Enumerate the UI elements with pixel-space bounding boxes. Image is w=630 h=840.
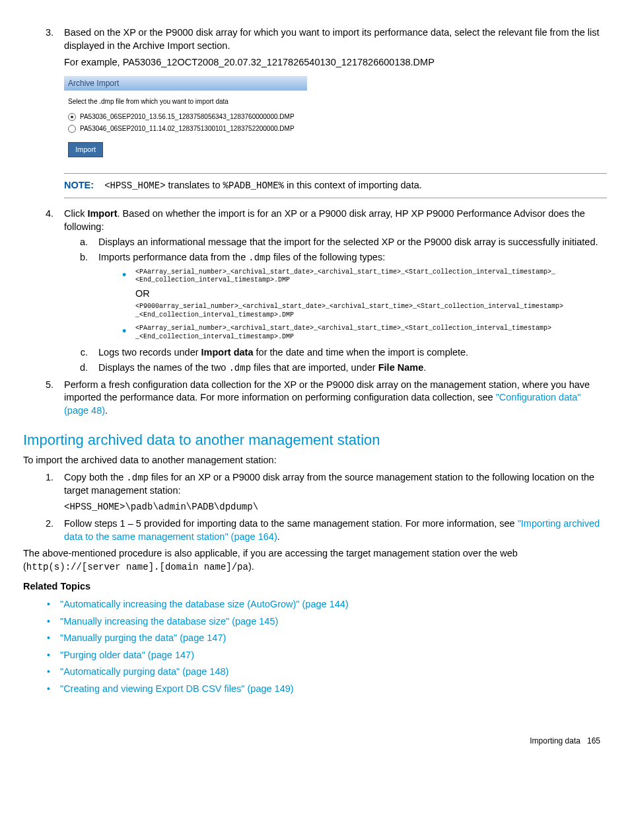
step-4-import-bold: Import — [87, 208, 117, 219]
import-button[interactable]: Import — [68, 142, 103, 157]
step-4c-pre: Logs two records under — [98, 347, 201, 358]
step-4-lead-a: Click — [64, 208, 87, 219]
bullet-1-line-4: _<End_collection_interval_timestamp>.DMP — [135, 311, 607, 320]
related-link-2[interactable]: "Manually purging the data" (page 147) — [60, 632, 226, 643]
bullet-1-line-1: <PAarray_serial_number>_<archival_start_… — [135, 268, 607, 277]
step-5-text-end: . — [105, 405, 108, 416]
step-3: Based on the XP or the P9000 disk array … — [56, 26, 607, 198]
section-heading-importing-another: Importing archived data to another manag… — [23, 430, 607, 450]
bullet-1-line-3: <P9000array_serial_number>_<archival_sta… — [135, 303, 607, 311]
related-link-0[interactable]: "Automatically increasing the database s… — [60, 599, 349, 609]
bullet-1-line-2: <End_collection_interval_timestamp>.DMP — [135, 276, 607, 285]
related-topics-list: "Automatically increasing the database s… — [23, 598, 607, 695]
step-4a: Displays an informational message that t… — [90, 236, 607, 249]
bullet-2-line-1: <PAarray_serial_number>_<archival_start_… — [135, 325, 607, 333]
section2-step-2: Follow steps 1 – 5 provided for importin… — [56, 517, 607, 543]
outro-code: http(s)://[server name].[domain name]/pa — [26, 562, 248, 572]
s2-s2-pre: Follow steps 1 – 5 provided for importin… — [64, 518, 518, 529]
step-4d-pre: Displays the names of the two — [98, 362, 228, 373]
bullet-1: <PAarray_serial_number>_<archival_start_… — [125, 268, 607, 320]
archive-import-screenshot: Archive Import Select the .dmp file from… — [64, 76, 307, 165]
step-4b-pre: Imports performance data from the — [98, 252, 248, 262]
step-4d: Displays the names of the two .dmp files… — [90, 362, 607, 375]
section2-outro: The above-mentioned procedure is also ap… — [23, 547, 607, 573]
s2-s1-pre: Copy both the — [64, 472, 126, 482]
archive-import-body: Select the .dmp file from which you want… — [64, 91, 307, 164]
or-text: OR — [135, 287, 607, 301]
step-4d-code: .dmp — [228, 363, 251, 373]
step-4d-mid: files that are imported, under — [251, 362, 378, 373]
step-3-text-a: Based on the XP or the P9000 disk array … — [64, 27, 600, 51]
step-3-example: For example, PA53036_12OCT2008_20.07.32_… — [64, 56, 607, 69]
step-4b: Imports performance data from the .dmp f… — [90, 251, 607, 341]
bullet-2-line-2: _<End_collection_interval_timestamp>.DMP — [135, 333, 607, 342]
related-link-4[interactable]: "Automatically purging data" (page 148) — [60, 666, 228, 677]
related-topics-heading: Related Topics — [23, 580, 607, 593]
radio-selected-icon[interactable] — [68, 113, 76, 121]
step-4b-bullets: <PAarray_serial_number>_<archival_start_… — [98, 268, 607, 342]
main-steps-continued: Based on the XP or the P9000 disk array … — [23, 26, 607, 417]
note-mid: translates to — [166, 180, 223, 190]
footer-section: Importing data — [530, 736, 580, 745]
related-link-5[interactable]: "Creating and viewing Export DB CSV file… — [60, 683, 294, 694]
archive-import-instruction: Select the .dmp file from which you want… — [68, 97, 303, 106]
file-row-1[interactable]: PA53036_06SEP2010_13.56.15_1283758056343… — [68, 112, 303, 122]
s2-s1-path: <HPSS_HOME>\padb\admin\PADB\dpdump\ — [64, 501, 607, 514]
note-box: NOTE: <HPSS_HOME> translates to %PADB_HO… — [64, 173, 607, 198]
step-4c-post: for the date and time when the import is… — [254, 347, 469, 358]
step-5: Perform a fresh configuration data colle… — [56, 379, 607, 418]
section2-step-1: Copy both the .dmp files for an XP or a … — [56, 471, 607, 514]
file-row-2[interactable]: PA53046_06SEP2010_11.14.02_1283751300101… — [68, 124, 303, 134]
note-hpss-home: <HPSS_HOME> — [104, 180, 165, 191]
step-4c-bold: Import data — [201, 347, 254, 358]
step-4b-code: .dmp — [248, 252, 271, 263]
file-name-1: PA53036_06SEP2010_13.56.15_1283758056343… — [80, 112, 295, 122]
footer-page: 165 — [587, 736, 600, 745]
page-footer: Importing data 165 — [23, 736, 607, 746]
note-label: NOTE: — [64, 179, 94, 192]
related-link-3[interactable]: "Purging older data" (page 147) — [60, 650, 194, 660]
step-4-sublist: Displays an informational message that t… — [64, 236, 607, 374]
radio-unselected-icon[interactable] — [68, 125, 76, 133]
section2-intro: To import the archived data to another m… — [23, 454, 607, 467]
step-4: Click Import. Based on whether the impor… — [56, 208, 607, 375]
s2-s1-code: .dmp — [126, 473, 149, 483]
outro-post: ). — [248, 561, 254, 572]
step-4b-post: files of the following types: — [271, 252, 385, 262]
bullet-2: <PAarray_serial_number>_<archival_start_… — [125, 325, 607, 341]
step-4-lead-b: . Based on whether the import is for an … — [64, 208, 585, 232]
file-name-2: PA53046_06SEP2010_11.14.02_1283751300101… — [80, 124, 295, 134]
section2-steps: Copy both the .dmp files for an XP or a … — [23, 471, 607, 543]
archive-import-header: Archive Import — [64, 76, 307, 91]
related-link-1[interactable]: "Manually increasing the database size" … — [60, 616, 278, 627]
step-4d-post: . — [423, 362, 426, 373]
note-post: in this context of importing data. — [284, 180, 422, 190]
step-4d-bold: File Name — [378, 362, 424, 373]
note-padb-home: %PADB_HOME% — [223, 180, 284, 191]
step-4c: Logs two records under Import data for t… — [90, 346, 607, 360]
s2-s2-post: . — [277, 531, 280, 542]
